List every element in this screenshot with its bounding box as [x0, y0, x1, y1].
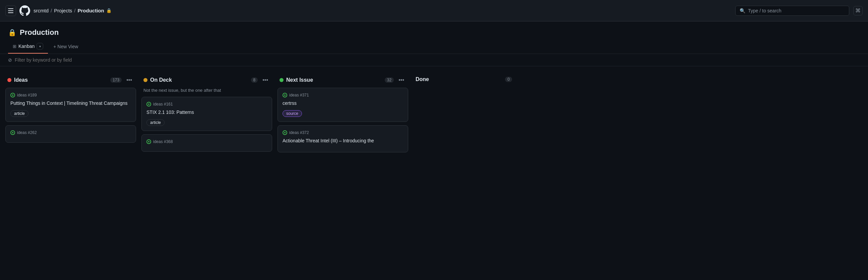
column-done-header: Done 0 — [413, 73, 514, 86]
column-on-deck-dot — [144, 78, 148, 82]
card-tags: article — [10, 110, 131, 117]
breadcrumb-org[interactable]: srcmtd — [33, 8, 49, 13]
nav-left: srcmtd / Projects / Production 🔒 — [5, 5, 112, 16]
search-placeholder-text: Type / to search — [748, 8, 845, 13]
issue-open-icon — [10, 93, 15, 97]
card-issue-ref: ideas #262 — [10, 130, 131, 135]
breadcrumb-sep-2: / — [74, 8, 75, 13]
breadcrumb-current: Production — [78, 8, 104, 13]
issue-ref-text: ideas #368 — [153, 139, 173, 144]
card-issue-ref: ideas #368 — [147, 139, 267, 144]
page-title: Production — [20, 28, 59, 37]
card-ideas-189: ideas #189 Putting Things in Context | T… — [5, 88, 136, 122]
github-logo — [20, 5, 30, 16]
column-ideas-dot — [7, 78, 11, 82]
column-on-deck-header: On Deck 8 ••• — [142, 73, 272, 88]
kanban-tab-label: Kanban — [19, 43, 34, 49]
card-next-issue-371: ideas #371 certrss source — [278, 88, 408, 122]
issue-ref-text: ideas #161 — [153, 102, 173, 106]
card-title: STIX 2.1 103: Patterns — [147, 109, 267, 116]
card-tag-article[interactable]: article — [147, 119, 164, 126]
issue-open-icon — [147, 139, 151, 144]
breadcrumb-projects[interactable]: Projects — [54, 8, 72, 13]
column-on-deck-menu[interactable]: ••• — [260, 76, 270, 84]
kanban-board: Ideas 173 ••• ideas #189 Putting Things … — [0, 66, 868, 267]
command-palette-button[interactable]: ⌘ — [853, 6, 863, 15]
breadcrumb: srcmtd / Projects / Production 🔒 — [33, 8, 112, 13]
issue-ref-text: ideas #189 — [17, 93, 37, 97]
card-tag-source[interactable]: source — [282, 110, 302, 117]
kanban-tab-dropdown[interactable]: ▾ — [36, 43, 43, 50]
card-on-deck-368: ideas #368 — [142, 134, 272, 152]
kanban-tab-icon: ⊞ — [13, 44, 17, 49]
breadcrumb-lock-icon: 🔒 — [106, 8, 112, 13]
issue-open-icon — [282, 93, 287, 97]
card-tags: article — [147, 119, 267, 126]
issue-open-icon — [10, 130, 15, 135]
card-issue-ref: ideas #161 — [147, 102, 267, 106]
filter-icon: ⊘ — [8, 57, 12, 63]
card-next-issue-372: ideas #372 Actionable Threat Intel (III)… — [278, 125, 408, 153]
card-title: Actionable Threat Intel (III) – Introduc… — [282, 138, 403, 144]
breadcrumb-sep-1: / — [51, 8, 52, 13]
search-icon: 🔍 — [740, 8, 745, 13]
command-icon: ⌘ — [855, 7, 861, 14]
column-done: Done 0 — [413, 73, 514, 260]
column-ideas-title: Ideas — [14, 77, 107, 83]
card-on-deck-161: ideas #161 STIX 2.1 103: Patterns articl… — [142, 97, 272, 131]
new-view-button[interactable]: + New View — [49, 41, 82, 52]
card-ideas-262: ideas #262 — [5, 125, 136, 143]
column-next-issue-title: Next Issue — [286, 77, 382, 83]
issue-open-icon — [282, 130, 287, 135]
column-ideas-menu[interactable]: ••• — [124, 76, 134, 84]
sidebar-toggle-button[interactable] — [5, 5, 16, 16]
issue-ref-text: ideas #372 — [289, 130, 309, 135]
column-next-issue-count: 32 — [385, 77, 394, 83]
nav-right: 🔍 Type / to search ⌘ — [735, 6, 863, 16]
column-ideas-header: Ideas 173 ••• — [5, 73, 136, 88]
column-on-deck-title: On Deck — [150, 77, 248, 83]
column-done-title: Done — [415, 76, 502, 83]
column-on-deck-count: 8 — [251, 77, 258, 83]
top-navigation: srcmtd / Projects / Production 🔒 🔍 Type … — [0, 0, 868, 22]
column-ideas: Ideas 173 ••• ideas #189 Putting Things … — [5, 73, 136, 260]
issue-ref-text: ideas #262 — [17, 130, 37, 135]
card-issue-ref: ideas #372 — [282, 130, 403, 135]
hamburger-icon — [8, 8, 13, 13]
column-next-issue-menu[interactable]: ••• — [397, 76, 406, 84]
filter-input[interactable] — [15, 57, 860, 63]
column-on-deck-subtitle: Not the next issue, but the one after th… — [142, 88, 272, 97]
issue-open-icon — [147, 102, 151, 106]
issue-ref-text: ideas #371 — [289, 93, 309, 97]
card-tag-article[interactable]: article — [10, 110, 29, 117]
page-header: 🔒 Production — [0, 22, 868, 39]
column-done-count: 0 — [505, 77, 512, 82]
card-title: certrss — [282, 100, 403, 107]
card-issue-ref: ideas #371 — [282, 93, 403, 97]
page-lock-icon: 🔒 — [8, 28, 17, 36]
tabs-bar: ⊞ Kanban ▾ + New View — [0, 39, 868, 54]
global-search-box[interactable]: 🔍 Type / to search — [735, 6, 849, 16]
card-title: Putting Things in Context | Timelining T… — [10, 100, 131, 107]
column-ideas-count: 173 — [110, 77, 122, 83]
column-next-issue: Next Issue 32 ••• ideas #371 certrss sou… — [278, 73, 408, 260]
card-issue-ref: ideas #189 — [10, 93, 131, 97]
column-next-issue-dot — [279, 78, 283, 82]
new-view-label: + New View — [53, 44, 78, 49]
tab-kanban[interactable]: ⊞ Kanban ▾ — [8, 39, 48, 54]
column-on-deck: On Deck 8 ••• Not the next issue, but th… — [142, 73, 272, 260]
filter-bar: ⊘ — [0, 54, 868, 66]
column-next-issue-header: Next Issue 32 ••• — [278, 73, 408, 88]
card-tags: source — [282, 110, 403, 117]
